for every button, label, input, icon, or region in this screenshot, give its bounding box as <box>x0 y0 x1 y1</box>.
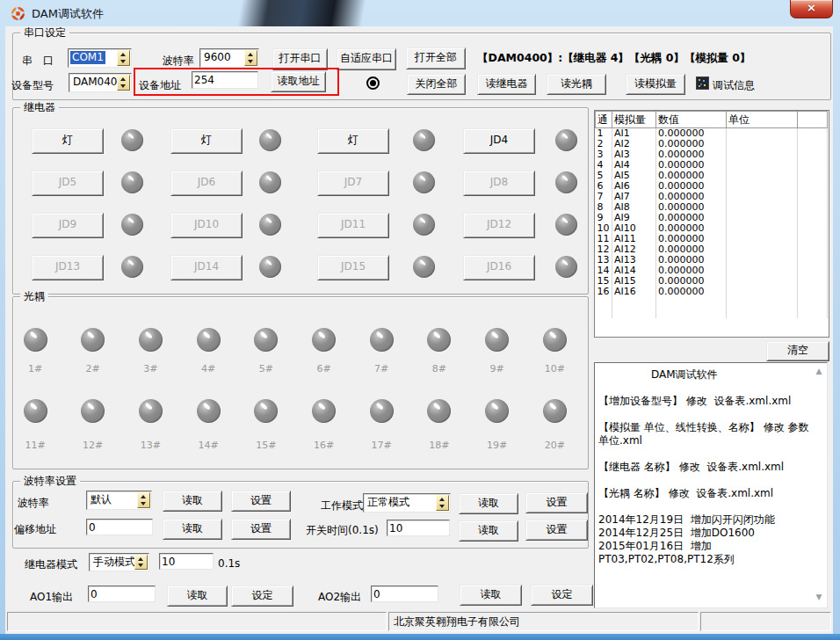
switch-time-label: 开关时间(0.1s) <box>306 523 379 538</box>
opto-led-indicator <box>370 328 394 352</box>
combo-dropdown-icon[interactable] <box>117 50 130 66</box>
relay-button-JD7[interactable]: JD7 <box>317 171 389 196</box>
work-mode-combo[interactable]: 正常模式 <box>363 493 451 513</box>
ao1-set-button[interactable]: 设定 <box>231 585 293 607</box>
ao2-set-button[interactable]: 设定 <box>531 585 593 606</box>
ao2-read-button[interactable]: 读取 <box>460 585 522 606</box>
baud-set-combo[interactable]: 默认 <box>86 491 152 510</box>
baud-rate-combo[interactable]: 9600 <box>199 48 259 68</box>
offset-read-button[interactable]: 读取 <box>163 519 222 540</box>
relay-button-JD13[interactable]: JD13 <box>32 255 104 280</box>
table-row: 9AI90.000000 <box>596 213 828 223</box>
relay-mode-time-input[interactable] <box>159 553 214 570</box>
clear-button[interactable]: 清空 <box>766 341 829 361</box>
baud-rate-label: 波特率 <box>163 54 194 69</box>
relay-button-JD5[interactable]: JD5 <box>32 171 104 196</box>
opto-led-indicator <box>139 328 163 352</box>
relay-button-JD6[interactable]: JD6 <box>170 171 243 196</box>
ao1-read-button[interactable]: 读取 <box>167 585 228 607</box>
table-row: 3AI30.000000 <box>596 149 828 160</box>
col-channel: 通 <box>596 112 612 128</box>
combo-dropdown-icon[interactable] <box>244 50 257 66</box>
relay-button-JD9[interactable]: JD9 <box>32 213 104 238</box>
ao2-input[interactable] <box>371 585 438 602</box>
combo-dropdown-icon[interactable] <box>137 492 150 508</box>
relay-button-灯[interactable]: 灯 <box>32 128 104 154</box>
com-port-combo[interactable]: COM1 <box>68 48 132 68</box>
relay-mode-unit-label: 0.1s <box>218 557 240 570</box>
combo-dropdown-icon[interactable] <box>134 555 148 570</box>
relay-led-indicator <box>121 214 143 236</box>
scroll-down-icon[interactable]: ▼ <box>814 593 824 601</box>
opto-led-indicator <box>24 399 47 423</box>
baud-set-button[interactable]: 设置 <box>231 491 291 512</box>
read-relay-button[interactable]: 读继电器 <box>477 74 536 95</box>
relay-button-JD4[interactable]: JD4 <box>463 128 535 154</box>
opto-channel-label: 18# <box>425 440 453 451</box>
offset-address-input[interactable] <box>86 519 153 535</box>
opto-channel-label: 15# <box>252 440 280 451</box>
combo-dropdown-icon[interactable] <box>117 75 130 91</box>
relay-led-indicator <box>121 256 143 278</box>
opto-channel-label: 11# <box>21 440 49 451</box>
close-all-button[interactable]: 关闭全部 <box>407 74 466 95</box>
debug-info-toggle[interactable]: 调试信息 <box>713 78 755 93</box>
relay-button-JD14[interactable]: JD14 <box>170 255 243 280</box>
relay-led-indicator <box>121 171 143 193</box>
work-mode-set-button[interactable]: 设置 <box>525 492 588 513</box>
opto-led-indicator <box>485 328 509 352</box>
read-analog-button[interactable]: 读模拟量 <box>626 74 685 95</box>
close-button[interactable]: × <box>790 0 833 18</box>
relay-button-JD12[interactable]: JD12 <box>463 213 535 238</box>
device-model-combo[interactable]: DAM0400 <box>69 73 132 92</box>
relay-led-indicator <box>259 256 281 278</box>
device-model-label: 设备型号 <box>11 78 54 93</box>
read-opto-button[interactable]: 读光耦 <box>547 74 606 95</box>
app-logo-icon <box>11 6 25 21</box>
relay-button-灯[interactable]: 灯 <box>317 128 389 154</box>
baud-set-value: 默认 <box>89 493 113 506</box>
combo-dropdown-icon[interactable] <box>436 495 449 511</box>
com-port-label: 串 口 <box>22 54 54 69</box>
ao1-input[interactable] <box>88 585 156 602</box>
switch-time-read-button[interactable]: 读取 <box>459 520 518 542</box>
relay-group-label: 继电器 <box>20 101 59 114</box>
baud-read-button[interactable]: 读取 <box>163 491 222 512</box>
opto-channel-label: 1# <box>21 363 49 375</box>
relay-button-灯[interactable]: 灯 <box>170 128 243 154</box>
relay-button-JD15[interactable]: JD15 <box>317 255 389 280</box>
offset-address-label: 偏移地址 <box>14 522 56 537</box>
relay-button-JD16[interactable]: JD16 <box>463 255 535 280</box>
col-extra <box>798 112 828 128</box>
device-summary-text: 【DAM0400】:【继电器 4】【光耦 0】【模拟量 0】 <box>477 51 750 66</box>
open-all-button[interactable]: 打开全部 <box>406 47 466 69</box>
table-header-row: 通 模拟量 数值 单位 <box>596 112 828 128</box>
work-mode-read-button[interactable]: 读取 <box>459 493 518 514</box>
relay-mode-combo[interactable]: 手动模式 <box>89 553 149 571</box>
device-address-input[interactable] <box>192 71 258 89</box>
relay-button-JD11[interactable]: JD11 <box>317 213 389 238</box>
status-bar-company: 北京聚英翱翔电子有限公司 <box>388 612 699 631</box>
col-unit: 单位 <box>727 112 798 128</box>
relay-button-JD10[interactable]: JD10 <box>170 213 243 238</box>
read-address-button[interactable]: 读取地址 <box>271 71 326 92</box>
opto-led-indicator <box>543 328 567 352</box>
opto-channel-label: 6# <box>310 363 338 375</box>
opto-led-indicator <box>139 399 163 423</box>
relay-led-indicator <box>413 214 435 236</box>
log-text-area[interactable]: DAM调试软件 【增加设备型号】 修改 设备表.xml.xml 【模拟量 单位、… <box>594 362 828 608</box>
switch-time-set-button[interactable]: 设置 <box>525 520 588 541</box>
table-row: 7AI70.000000 <box>596 192 828 202</box>
title-bar: DAM调试软件 × <box>0 0 840 26</box>
offset-set-button[interactable]: 设置 <box>231 519 291 540</box>
analog-table-body: 1AI10.0000002AI20.0000003AI30.0000004AI4… <box>596 128 828 319</box>
relay-led-indicator <box>413 129 435 151</box>
relay-button-JD8[interactable]: JD8 <box>463 171 535 196</box>
opto-channel-label: 2# <box>79 363 107 375</box>
opto-led-indicator <box>197 399 221 423</box>
opto-channel-label: 7# <box>367 363 395 375</box>
scroll-up-icon[interactable]: ▲ <box>814 367 824 375</box>
relay-led-indicator <box>121 129 143 151</box>
auto-serial-button[interactable]: 自适应串口 <box>337 48 396 70</box>
switch-time-input[interactable] <box>387 520 450 536</box>
